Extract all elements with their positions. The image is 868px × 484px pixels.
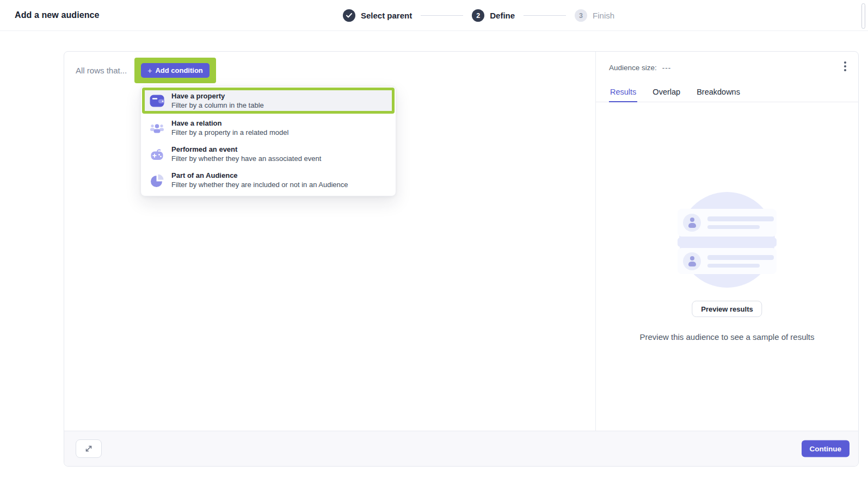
scrollbar-thumb[interactable] [861, 3, 865, 29]
tab-results[interactable]: Results [609, 87, 637, 102]
empty-state-caption: Preview this audience to see a sample of… [596, 332, 858, 342]
empty-state-illustration [678, 192, 777, 288]
menu-item-description: Filter by a column in the table [171, 101, 264, 109]
stepper: Select parent 2 Define 3 Finish [343, 0, 614, 31]
illustration-row-card [678, 209, 777, 237]
scope-label: All rows that... [76, 66, 127, 75]
menu-item-description: Filter by a property in a related model [171, 128, 288, 136]
page-title: Add a new audience [15, 10, 100, 20]
step-complete-indicator [343, 9, 355, 22]
step-label: Define [490, 11, 515, 20]
card-footer: Continue [64, 431, 858, 466]
controller-icon [150, 147, 164, 162]
menu-item-have-a-relation[interactable]: Have a relation Filter by a property in … [141, 115, 396, 141]
page-header: Add a new audience Select parent 2 Defin… [0, 0, 868, 31]
pie-chart-icon [150, 173, 164, 188]
step-finish: 3 Finish [575, 9, 614, 22]
tab-overlap[interactable]: Overlap [651, 87, 681, 102]
menu-item-description: Filter by whether they have an associate… [171, 154, 321, 163]
audience-size-row: Audience size: --- [609, 64, 671, 72]
menu-item-title: Part of an Audience [171, 171, 348, 179]
plus-icon: + [147, 66, 152, 75]
add-condition-label: Add condition [155, 66, 202, 75]
menu-item-title: Have a relation [171, 119, 288, 127]
step-select-parent[interactable]: Select parent [343, 9, 412, 22]
expand-arrows-icon [84, 444, 93, 453]
add-condition-button[interactable]: + Add condition [141, 63, 210, 78]
results-tabs: Results Overlap Breakdowns [596, 87, 858, 102]
results-panel: Audience size: --- Results Overlap Break… [595, 52, 858, 432]
kebab-menu-icon[interactable] [839, 59, 852, 73]
step-number: 2 [472, 9, 484, 22]
tab-breakdowns[interactable]: Breakdowns [695, 87, 741, 102]
preview-results-button[interactable]: Preview results [692, 301, 762, 317]
menu-item-performed-an-event[interactable]: Performed an event Filter by whether the… [141, 141, 396, 167]
step-connector [524, 15, 566, 16]
builder-row: All rows that... + Add condition [76, 58, 216, 83]
audience-builder-card: All rows that... + Add condition Have a … [64, 51, 859, 467]
check-icon [346, 13, 352, 18]
audience-size-label: Audience size: [609, 64, 657, 72]
expand-button[interactable] [76, 439, 102, 458]
menu-item-title: Have a property [171, 92, 264, 100]
audience-size-value: --- [662, 64, 672, 72]
step-connector [421, 15, 463, 16]
step-label: Finish [593, 11, 614, 20]
illustration-row-card [678, 248, 777, 274]
step-label: Select parent [361, 11, 412, 20]
menu-item-title: Performed an event [171, 145, 321, 153]
step-define[interactable]: 2 Define [472, 9, 515, 22]
avatar [683, 252, 701, 270]
menu-item-have-a-property[interactable]: Have a property Filter by a column in th… [142, 88, 395, 114]
wallet-icon [150, 94, 164, 108]
highlight-add-condition: + Add condition [134, 58, 216, 83]
menu-item-description: Filter by whether they are included or n… [171, 181, 348, 189]
people-icon [150, 121, 164, 135]
menu-item-part-of-an-audience[interactable]: Part of an Audience Filter by whether th… [141, 167, 396, 193]
continue-button[interactable]: Continue [802, 440, 850, 457]
avatar [683, 214, 701, 232]
condition-type-menu: Have a property Filter by a column in th… [140, 86, 396, 196]
step-number: 3 [575, 9, 587, 22]
illustration-band [678, 238, 777, 247]
